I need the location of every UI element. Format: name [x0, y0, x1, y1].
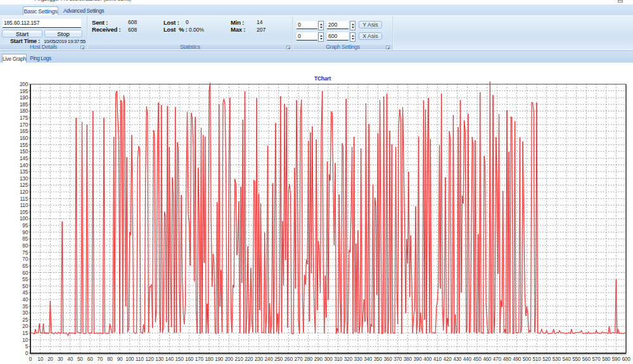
svg-text:90: 90 [117, 356, 123, 362]
svg-text:160: 160 [185, 356, 194, 362]
svg-text:270: 270 [294, 356, 303, 362]
svg-text:410: 410 [433, 356, 442, 362]
svg-text:100: 100 [125, 356, 134, 362]
svg-text:TChart: TChart [314, 75, 331, 82]
svg-text:120: 120 [145, 356, 154, 362]
svg-text:600: 600 [622, 356, 630, 362]
svg-text:0: 0 [29, 356, 32, 362]
svg-text:145: 145 [20, 156, 29, 161]
svg-text:570: 570 [592, 356, 601, 362]
svg-text:15: 15 [22, 330, 28, 336]
svg-text:300: 300 [324, 356, 333, 362]
svg-text:135: 135 [20, 169, 29, 175]
svg-text:90: 90 [22, 230, 28, 235]
svg-text:440: 440 [463, 356, 472, 362]
svg-text:380: 380 [404, 356, 412, 362]
svg-text:70: 70 [97, 356, 103, 362]
svg-text:430: 430 [453, 356, 462, 362]
svg-text:75: 75 [22, 250, 28, 256]
svg-text:165: 165 [20, 129, 29, 134]
svg-text:60: 60 [87, 356, 93, 362]
svg-text:460: 460 [483, 356, 492, 362]
svg-text:100: 100 [20, 216, 29, 222]
svg-text:120: 120 [20, 189, 29, 195]
svg-text:65: 65 [22, 263, 28, 269]
svg-text:500: 500 [523, 356, 532, 362]
svg-text:20: 20 [22, 323, 28, 329]
svg-text:160: 160 [20, 135, 29, 141]
svg-text:360: 360 [383, 356, 392, 362]
svg-text:350: 350 [374, 356, 383, 362]
svg-text:140: 140 [165, 356, 174, 362]
svg-text:20: 20 [48, 356, 53, 362]
svg-text:80: 80 [107, 356, 113, 362]
svg-text:25: 25 [22, 317, 28, 323]
svg-text:110: 110 [20, 203, 29, 208]
svg-text:230: 230 [255, 356, 264, 362]
svg-text:140: 140 [20, 163, 29, 168]
svg-text:550: 550 [572, 356, 581, 362]
svg-text:400: 400 [423, 356, 432, 362]
svg-text:170: 170 [195, 356, 204, 362]
svg-text:530: 530 [553, 356, 561, 362]
svg-text:70: 70 [22, 256, 28, 262]
svg-text:340: 340 [364, 356, 373, 362]
svg-text:30: 30 [22, 310, 28, 316]
svg-text:115: 115 [20, 196, 29, 202]
svg-text:420: 420 [443, 356, 452, 362]
svg-text:480: 480 [502, 356, 511, 362]
svg-text:180: 180 [20, 108, 29, 114]
svg-text:130: 130 [155, 356, 164, 362]
svg-text:45: 45 [22, 290, 28, 296]
svg-text:220: 220 [245, 356, 253, 362]
svg-text:190: 190 [215, 356, 224, 362]
svg-text:95: 95 [22, 223, 28, 229]
svg-text:125: 125 [20, 182, 29, 188]
svg-text:110: 110 [136, 356, 144, 362]
svg-text:370: 370 [393, 356, 402, 362]
svg-text:280: 280 [304, 356, 313, 362]
svg-text:80: 80 [22, 243, 28, 249]
svg-text:540: 540 [562, 356, 571, 362]
svg-text:130: 130 [20, 176, 29, 182]
svg-text:560: 560 [582, 356, 591, 362]
svg-text:40: 40 [22, 297, 28, 303]
svg-text:200: 200 [225, 356, 234, 362]
svg-text:580: 580 [602, 356, 611, 362]
svg-text:40: 40 [67, 356, 73, 362]
svg-text:490: 490 [513, 356, 521, 362]
svg-text:185: 185 [20, 102, 29, 108]
svg-text:85: 85 [22, 236, 28, 242]
svg-text:60: 60 [22, 270, 28, 276]
svg-text:250: 250 [274, 356, 283, 362]
svg-text:390: 390 [413, 356, 422, 362]
svg-text:510: 510 [532, 356, 541, 362]
svg-text:330: 330 [354, 356, 362, 362]
svg-text:150: 150 [175, 356, 184, 362]
svg-text:10: 10 [37, 356, 43, 362]
svg-text:320: 320 [344, 356, 353, 362]
svg-text:190: 190 [20, 95, 29, 101]
svg-text:50: 50 [22, 284, 28, 289]
svg-text:450: 450 [473, 356, 482, 362]
svg-text:30: 30 [58, 356, 63, 362]
svg-text:35: 35 [22, 304, 28, 310]
svg-text:5: 5 [25, 344, 29, 349]
svg-text:0: 0 [25, 351, 29, 356]
svg-text:590: 590 [612, 356, 621, 362]
svg-text:105: 105 [20, 210, 29, 215]
svg-text:520: 520 [542, 356, 551, 362]
svg-text:290: 290 [314, 356, 323, 362]
svg-text:260: 260 [285, 356, 293, 362]
svg-text:240: 240 [264, 356, 273, 362]
svg-text:210: 210 [234, 356, 243, 362]
svg-text:310: 310 [334, 356, 343, 362]
svg-text:195: 195 [20, 89, 29, 94]
svg-text:470: 470 [493, 356, 502, 362]
svg-text:150: 150 [20, 149, 29, 154]
svg-text:10: 10 [22, 337, 28, 343]
svg-text:170: 170 [20, 122, 29, 128]
svg-text:200: 200 [20, 82, 29, 87]
svg-text:155: 155 [20, 142, 29, 148]
svg-text:55: 55 [22, 277, 28, 282]
